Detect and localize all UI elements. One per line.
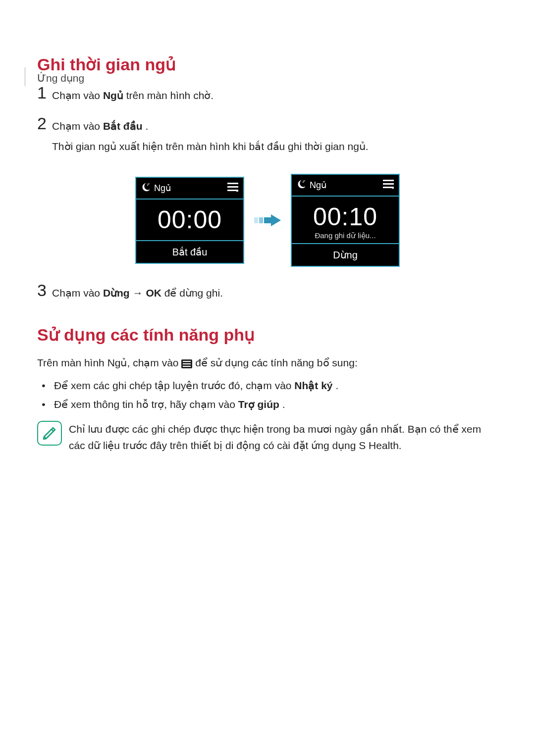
text-bold: OK (146, 287, 161, 299)
svg-rect-6 (254, 217, 258, 223)
text-bold: Bắt đầu (103, 120, 143, 132)
svg-rect-16 (183, 361, 191, 362)
text: Chạm vào (52, 120, 103, 132)
phone-header: z z Ngủ (136, 178, 243, 199)
phone-title: Ngủ (154, 183, 171, 194)
svg-rect-18 (183, 366, 191, 367)
step-number: 3 (37, 282, 52, 299)
phone-screenshot-left: z z Ngủ 00:00 Bắt (135, 177, 244, 264)
step-text: Chạm vào Bắt đầu . Thời gian ngủ xuất hi… (52, 115, 369, 159)
figure-sleep-screens: z z Ngủ 00:00 Bắt (37, 174, 498, 267)
step-text: Chạm vào Dừng → OK để dừng ghi. (52, 282, 223, 305)
text-bold: Nhật ký (294, 380, 332, 391)
phone-header-left: z z Ngủ (296, 179, 326, 192)
svg-rect-15 (392, 188, 394, 189)
start-button[interactable]: Bắt đầu (136, 241, 243, 263)
svg-text:z: z (149, 182, 150, 185)
text: trên màn hình chờ. (126, 90, 214, 101)
list-item: Để xem các ghi chép tập luyện trước đó, … (54, 376, 498, 395)
section-title-extra-features: Sử dụng các tính năng phụ (37, 325, 498, 345)
text-bold: Ngủ (103, 90, 123, 101)
note-text: Chỉ lưu được các ghi chép được thực hiện… (69, 421, 498, 454)
text: để sử dụng các tính năng bổ sung: (195, 357, 358, 368)
header-rule (25, 67, 25, 86)
text-bold: Trợ giúp (238, 399, 279, 410)
svg-marker-9 (271, 214, 281, 226)
breadcrumb: Ứng dụng (37, 72, 84, 84)
phone-status-text: Đang ghi dữ liệu... (292, 231, 399, 243)
text: để dừng ghi. (164, 287, 223, 299)
step-number: 1 (37, 84, 52, 101)
note-icon (37, 421, 62, 446)
svg-rect-5 (236, 191, 238, 192)
step-number: 2 (37, 115, 52, 132)
list-item: Để xem thông tin hỗ trợ, hãy chạm vào Tr… (54, 395, 498, 414)
intro-paragraph: Trên màn hình Ngủ, chạm vào để sử dụng c… (37, 354, 498, 371)
svg-rect-17 (183, 363, 191, 364)
svg-rect-3 (227, 186, 238, 188)
phone-time-display: 00:00 (136, 200, 243, 240)
svg-rect-13 (383, 183, 394, 185)
menu-list-icon (181, 359, 192, 368)
section-title-record-sleep: Ghi thời gian ngủ (37, 54, 498, 74)
moon-zz-icon: z z (140, 182, 151, 195)
svg-text:z: z (304, 179, 306, 182)
svg-rect-8 (264, 217, 271, 223)
text: . (335, 380, 338, 391)
step-text: Chạm vào Ngủ trên màn hình chờ. (52, 84, 214, 108)
note-box: Chỉ lưu được các ghi chép được thực hiện… (37, 421, 498, 454)
text: Để xem thông tin hỗ trợ, hãy chạm vào (54, 399, 238, 410)
phone-screenshot-right: z z Ngủ 00:10 Đang ghi dữ (291, 174, 400, 267)
step-2: 2 Chạm vào Bắt đầu . Thời gian ngủ xuất … (37, 115, 498, 159)
phone-header: z z Ngủ (292, 175, 399, 196)
text: → (133, 287, 146, 299)
text: . (282, 399, 285, 410)
phone-time-display: 00:10 (292, 197, 399, 231)
text: Chạm vào (52, 287, 103, 299)
phone-header-left: z z Ngủ (140, 182, 171, 195)
hamburger-menu-icon[interactable] (227, 183, 238, 194)
feature-bullets: Để xem các ghi chép tập luyện trước đó, … (37, 376, 498, 414)
text-bold: Dừng (103, 287, 130, 299)
text: . (145, 120, 148, 132)
phone-title: Ngủ (310, 180, 326, 191)
moon-zz-icon: z z (296, 179, 307, 192)
arrow-right-icon (254, 213, 281, 228)
hamburger-menu-icon[interactable] (383, 180, 394, 191)
text: Để xem các ghi chép tập luyện trước đó, … (54, 380, 294, 391)
text: Trên màn hình Ngủ, chạm vào (37, 357, 181, 368)
stop-button[interactable]: Dừng (292, 244, 399, 266)
step-1: 1 Chạm vào Ngủ trên màn hình chờ. (37, 84, 498, 108)
text: Thời gian ngủ xuất hiện trên màn hình kh… (52, 138, 369, 155)
text: Chạm vào (52, 90, 103, 101)
svg-rect-7 (259, 217, 263, 223)
svg-rect-2 (227, 183, 238, 184)
svg-rect-12 (383, 180, 394, 181)
svg-line-19 (52, 429, 54, 431)
step-3: 3 Chạm vào Dừng → OK để dừng ghi. (37, 282, 498, 305)
